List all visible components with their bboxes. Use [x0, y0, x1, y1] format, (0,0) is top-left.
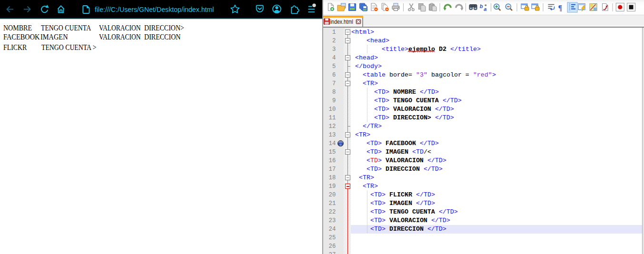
svg-text:b: b — [480, 3, 483, 9]
svg-text:a: a — [484, 6, 486, 12]
svg-text:¶: ¶ — [558, 4, 563, 12]
